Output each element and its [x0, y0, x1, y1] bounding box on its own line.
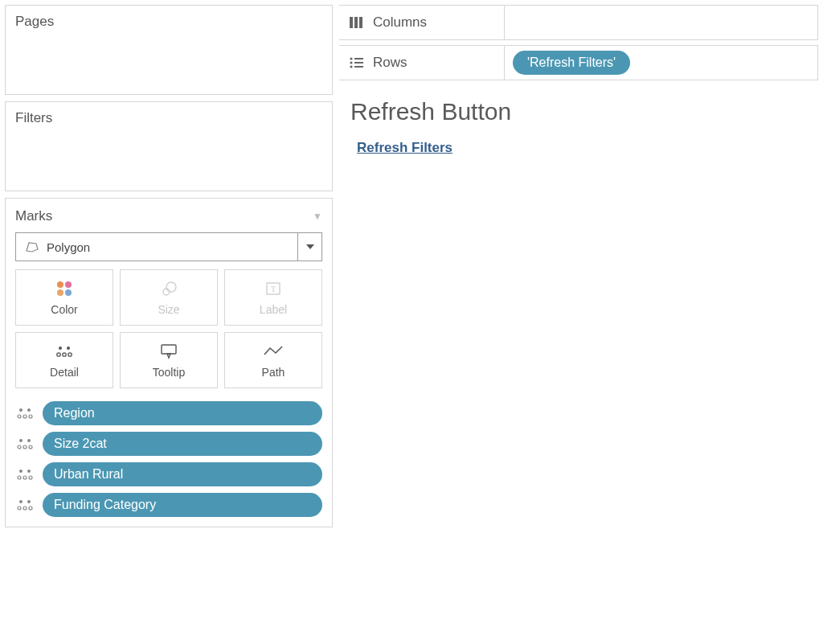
field-pill-fundingcategory[interactable]: Funding Category: [43, 493, 322, 517]
detail-icon: [55, 344, 74, 359]
label-icon: T: [265, 281, 281, 296]
marks-label: Marks: [15, 208, 52, 224]
detail-icon[interactable]: [15, 467, 35, 482]
svg-rect-40: [354, 66, 363, 68]
filters-label: Filters: [15, 110, 322, 126]
svg-point-9: [68, 353, 72, 356]
pill-row: Urban Rural: [15, 462, 322, 486]
svg-point-23: [27, 470, 31, 473]
svg-point-12: [19, 408, 23, 412]
svg-text:T: T: [271, 285, 276, 293]
columns-dropzone[interactable]: [505, 6, 817, 39]
svg-point-7: [57, 353, 60, 356]
polygon-icon: [26, 241, 39, 252]
pill-label: Urban Rural: [54, 467, 123, 482]
mark-type-value: Polygon: [47, 240, 90, 254]
svg-point-13: [27, 408, 31, 412]
rows-shelf[interactable]: Rows 'Refresh Filters': [339, 45, 818, 80]
svg-point-37: [350, 61, 352, 64]
svg-rect-36: [354, 58, 363, 59]
size-icon: [160, 281, 178, 297]
marks-collapse-icon[interactable]: ▼: [313, 211, 322, 222]
svg-point-35: [350, 57, 352, 59]
svg-point-26: [29, 476, 32, 479]
marks-detail-button[interactable]: Detail: [15, 332, 113, 388]
pages-label: Pages: [15, 14, 322, 30]
marks-size-label: Size: [158, 303, 179, 316]
svg-point-22: [19, 470, 23, 473]
svg-rect-34: [359, 17, 362, 28]
svg-point-25: [23, 476, 27, 479]
svg-point-21: [29, 445, 32, 449]
svg-point-2: [166, 282, 176, 292]
pill-label: Size 2cat: [54, 437, 107, 451]
svg-point-39: [350, 65, 352, 68]
svg-point-6: [67, 347, 70, 350]
marks-card: Marks ▼ Polygon: [5, 198, 333, 527]
svg-point-16: [29, 415, 32, 418]
filters-shelf[interactable]: Filters: [5, 101, 333, 191]
field-pill-region[interactable]: Region: [43, 401, 322, 425]
svg-point-27: [19, 500, 23, 503]
svg-point-20: [23, 445, 27, 449]
svg-rect-33: [354, 17, 358, 28]
rows-icon: [349, 56, 363, 69]
pill-row: Region: [15, 401, 322, 425]
pill-label: Funding Category: [54, 498, 156, 512]
rows-label: Rows: [373, 55, 407, 71]
tooltip-icon: [159, 343, 178, 359]
svg-marker-0: [27, 243, 38, 252]
pill-row: Size 2cat: [15, 432, 322, 456]
detail-icon[interactable]: [15, 437, 35, 451]
svg-point-14: [18, 415, 21, 418]
svg-point-8: [63, 353, 66, 356]
detail-icon[interactable]: [15, 498, 35, 512]
detail-icon[interactable]: [15, 406, 35, 420]
marks-tooltip-label: Tooltip: [153, 366, 185, 379]
field-pill-urbanrural[interactable]: Urban Rural: [43, 462, 322, 486]
marks-color-label: Color: [51, 303, 77, 316]
field-pill-refreshfilters[interactable]: 'Refresh Filters': [513, 51, 630, 75]
svg-marker-11: [167, 354, 170, 358]
columns-shelf[interactable]: Columns: [339, 5, 818, 40]
sheet-title[interactable]: Refresh Button: [350, 98, 807, 125]
refresh-filters-link[interactable]: Refresh Filters: [350, 140, 452, 155]
viz-canvas: Refresh Button Refresh Filters: [339, 92, 818, 162]
columns-label: Columns: [373, 14, 427, 31]
svg-point-19: [18, 445, 21, 449]
pages-shelf[interactable]: Pages: [5, 5, 333, 95]
pill-label: Region: [54, 406, 95, 420]
mark-type-dropdown-icon[interactable]: [297, 233, 321, 260]
pill-label: 'Refresh Filters': [527, 55, 616, 70]
field-pill-size2cat[interactable]: Size 2cat: [43, 432, 322, 456]
color-dots-icon: [55, 281, 73, 296]
marks-color-button[interactable]: Color: [15, 269, 113, 326]
columns-icon: [349, 16, 363, 29]
svg-rect-32: [350, 17, 353, 28]
marks-size-button[interactable]: Size: [120, 269, 218, 326]
svg-point-18: [27, 439, 31, 442]
svg-point-31: [29, 507, 32, 510]
svg-point-28: [27, 500, 31, 503]
marks-tooltip-button[interactable]: Tooltip: [120, 332, 218, 388]
marks-path-label: Path: [262, 366, 285, 379]
marks-label-label: Label: [260, 303, 287, 316]
svg-point-1: [163, 289, 170, 295]
path-icon: [263, 345, 284, 358]
svg-point-17: [19, 439, 23, 442]
svg-rect-10: [162, 345, 176, 354]
marks-detail-label: Detail: [50, 366, 79, 379]
svg-point-24: [18, 476, 21, 479]
detail-pill-list: Region Size 2cat: [15, 401, 322, 517]
marks-path-button[interactable]: Path: [224, 332, 322, 388]
svg-point-5: [59, 347, 62, 350]
rows-dropzone[interactable]: 'Refresh Filters': [505, 46, 817, 80]
svg-rect-38: [354, 62, 363, 64]
svg-point-30: [23, 507, 27, 510]
mark-type-select[interactable]: Polygon: [15, 232, 322, 261]
svg-point-29: [18, 507, 21, 510]
svg-point-15: [23, 415, 27, 418]
marks-label-button[interactable]: T Label: [224, 269, 322, 326]
pill-row: Funding Category: [15, 493, 322, 517]
